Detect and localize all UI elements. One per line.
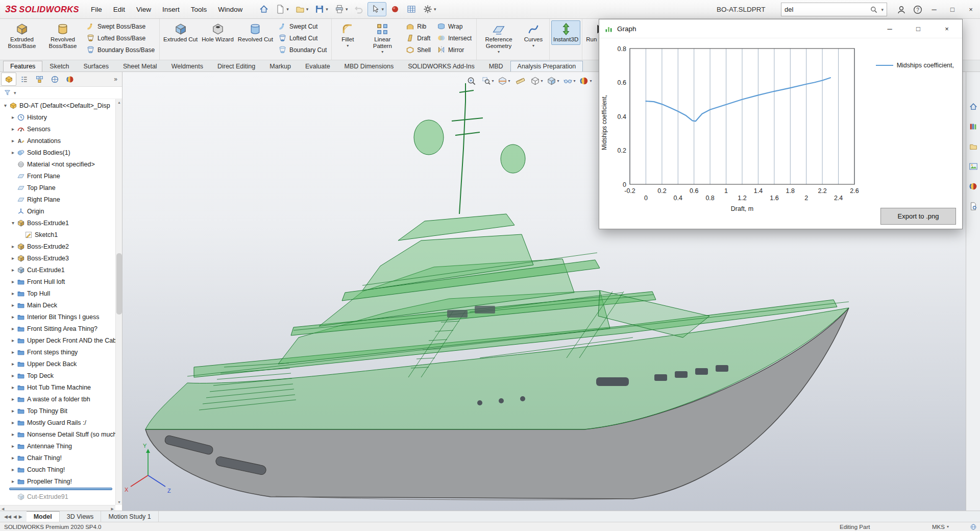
dropdown-arrow-icon[interactable]: ▾	[434, 7, 436, 12]
tree-item-top-hull[interactable]: ▸Top Hull	[0, 287, 115, 299]
ribbon-button-boundary-cut[interactable]: Boundary Cut	[276, 44, 329, 55]
expand-arrow-icon[interactable]: ▸	[10, 326, 16, 331]
ribbon-button-linear-pattern[interactable]: Linear Pattern▾	[362, 20, 403, 56]
tree-item-antennae-thing[interactable]: ▸Antennae Thing	[0, 440, 115, 452]
appearances-button[interactable]: ▾	[579, 75, 593, 87]
filter-icon[interactable]	[4, 89, 11, 96]
scroll-up-arrow-icon[interactable]: ▲	[116, 99, 122, 105]
ribbon-tab-sheet-metal[interactable]: Sheet Metal	[116, 61, 164, 71]
dropdown-arrow-icon[interactable]: ▾	[508, 79, 510, 83]
ribbon-button-revolved-boss-base[interactable]: Revolved Boss/Base	[42, 20, 83, 51]
tree-item-front-hull-loft[interactable]: ▸Front Hull loft	[0, 276, 115, 287]
ribbon-tab-analysis-preparation[interactable]: Analysis Preparation	[510, 61, 583, 71]
dropdown-arrow-icon[interactable]: ▾	[532, 43, 534, 48]
collapse-arrow-icon[interactable]: ▾	[10, 220, 16, 226]
expand-arrow-icon[interactable]: ▸	[10, 349, 16, 355]
tree-item-top-thingy-bit[interactable]: ▸Top Thingy Bit	[0, 405, 115, 417]
appearances-scenes-button[interactable]	[967, 180, 979, 192]
ribbon-tab-direct-editing[interactable]: Direct Editing	[210, 61, 262, 71]
expand-arrow-icon[interactable]: ▸	[10, 138, 16, 143]
tree-item-top-deck[interactable]: ▸Top Deck	[0, 370, 115, 381]
ribbon-tab-features[interactable]: Features	[3, 61, 42, 71]
expand-arrow-icon[interactable]: ▸	[10, 478, 16, 484]
ribbon-button-lofted-cut[interactable]: Lofted Cut	[276, 33, 329, 43]
scroll-tabs-first-icon[interactable]: ◀◀	[4, 514, 11, 519]
tree-item-top-plane[interactable]: Top Plane	[0, 182, 115, 194]
ribbon-button-wrap[interactable]: Wrap	[435, 21, 474, 32]
menu-edit[interactable]: Edit	[108, 0, 131, 18]
expand-arrow-icon[interactable]: ▸	[10, 314, 16, 320]
tree-item-nonsense-detail-stuff-so-much-r[interactable]: ▸Nonsense Detail Stuff (so much r	[0, 428, 115, 440]
ribbon-button-hole-wizard[interactable]: Hole Wizard	[200, 20, 236, 45]
sheet-button[interactable]	[404, 2, 419, 16]
tree-item-right-plane[interactable]: Right Plane	[0, 194, 115, 205]
tree-item-cut-extrude91[interactable]: Cut-Extrude91	[0, 491, 115, 502]
units-selector[interactable]: MKS ▾	[932, 524, 949, 530]
ribbon-button-fillet[interactable]: Fillet▾	[333, 20, 362, 50]
propertymanager-tab[interactable]	[16, 73, 32, 86]
globe-icon[interactable]	[970, 523, 977, 530]
tree-item-cut-extrude1[interactable]: ▸Cut-Extrude1	[0, 264, 115, 276]
tree-item-sensors[interactable]: ▸Sensors	[0, 123, 115, 135]
print-button[interactable]: ▾	[332, 2, 351, 16]
view-orientation-button[interactable]: ▾	[546, 75, 560, 87]
expand-arrow-icon[interactable]: ▸	[10, 114, 16, 120]
home-button[interactable]	[967, 101, 979, 113]
ribbon-tab-sketch[interactable]: Sketch	[42, 61, 76, 71]
tree-item-front-plane[interactable]: Front Plane	[0, 170, 115, 182]
expand-arrow-icon[interactable]: ▸	[10, 244, 16, 249]
zoom-fit-button[interactable]	[464, 75, 478, 87]
expand-arrow-icon[interactable]: ▸	[10, 373, 16, 378]
search-input[interactable]	[785, 6, 867, 13]
tree-item-couch-thing[interactable]: ▸Couch Thing!	[0, 464, 115, 475]
model-tab-motion-study-1[interactable]: Motion Study 1	[101, 511, 158, 522]
ribbon-tab-mbd-dimensions[interactable]: MBD Dimensions	[337, 61, 401, 71]
scrollbar-thumb[interactable]	[116, 253, 122, 315]
dimxpertmanager-tab[interactable]	[47, 73, 62, 86]
menu-file[interactable]: File	[85, 0, 108, 18]
ribbon-button-instant3d[interactable]: Instant3D	[551, 20, 580, 45]
tree-item-main-deck[interactable]: ▸Main Deck	[0, 299, 115, 311]
tree-item-mostly-guard-rails[interactable]: ▸Mostly Guard Rails :/	[0, 417, 115, 428]
expand-arrow-icon[interactable]: ▸	[10, 384, 16, 390]
tree-item-bo-at-default-default-disp[interactable]: ▾BO-AT (Default<<Default>_Disp	[0, 100, 115, 111]
menu-insert[interactable]: Insert	[157, 0, 185, 18]
dropdown-arrow-icon[interactable]: ▾	[541, 79, 543, 83]
scroll-tabs-right-icon[interactable]: ▶	[19, 514, 22, 519]
tree-item-boss-extrude1[interactable]: ▾Boss-Extrude1	[0, 217, 115, 229]
dropdown-arrow-icon[interactable]: ▾	[347, 43, 349, 48]
ribbon-tab-mbd[interactable]: MBD	[482, 61, 510, 71]
collapse-arrow-icon[interactable]: ▾	[2, 103, 9, 108]
dropdown-arrow-icon[interactable]: ▾	[573, 79, 575, 83]
dropdown-arrow-icon[interactable]: ▾	[346, 7, 348, 12]
expand-arrow-icon[interactable]: ▸	[10, 126, 16, 132]
expand-arrow-icon[interactable]: ▸	[10, 443, 16, 449]
expand-arrow-icon[interactable]: ▸	[10, 408, 16, 414]
dropdown-arrow-icon[interactable]: ▾	[492, 79, 494, 83]
tree-scrollbar[interactable]: ▲ ▼	[115, 99, 122, 505]
undo-button[interactable]	[351, 2, 366, 16]
ribbon-button-swept-cut[interactable]: Swept Cut	[276, 21, 329, 32]
display-style-button[interactable]: ▾	[530, 75, 544, 87]
configurationmanager-tab[interactable]	[32, 73, 47, 86]
dropdown-arrow-icon[interactable]: ▾	[286, 7, 289, 12]
ribbon-button-rib[interactable]: Rib	[404, 21, 433, 32]
tree-item-upper-deck-front-and-the-cabin[interactable]: ▸Upper Deck Front AND the Cabin	[0, 334, 115, 346]
user-account-icon[interactable]	[896, 5, 906, 15]
expand-arrow-icon[interactable]: ▸	[10, 467, 16, 472]
dropdown-arrow-icon[interactable]: ▾	[557, 79, 559, 83]
featuremanager-tab[interactable]	[1, 73, 16, 86]
model-tab-3d-views[interactable]: 3D Views	[60, 511, 102, 522]
expand-arrow-icon[interactable]: ▸	[10, 431, 16, 437]
graph-minimize-button[interactable]: ─	[885, 25, 895, 33]
expand-arrow-icon[interactable]: ▸	[10, 337, 16, 343]
record-button[interactable]	[387, 2, 403, 16]
tree-item-history[interactable]: ▸History	[0, 111, 115, 123]
ribbon-tab-evaluate[interactable]: Evaluate	[298, 61, 337, 71]
open-document-button[interactable]: ▾	[292, 2, 311, 16]
expand-arrow-icon[interactable]: ▸	[10, 361, 16, 367]
new-document-button[interactable]: ▾	[273, 2, 291, 16]
tree-item-boss-extrude3[interactable]: ▸Boss-Extrude3	[0, 252, 115, 264]
ribbon-tab-solidworks-add-ins[interactable]: SOLIDWORKS Add-Ins	[401, 61, 482, 71]
tree-item-front-sitting-area-thing[interactable]: ▸Front Sitting Area Thing?	[0, 323, 115, 334]
